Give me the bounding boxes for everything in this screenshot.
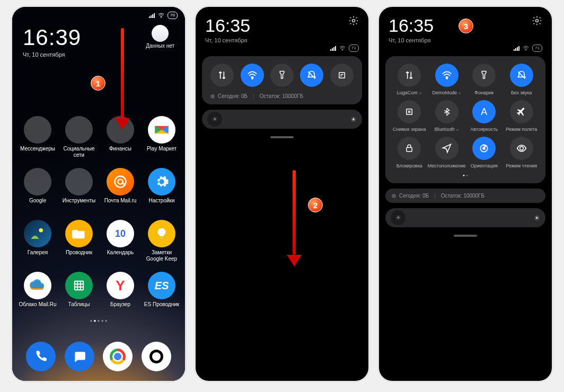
settings-gear-icon[interactable] xyxy=(348,15,359,26)
svg-point-5 xyxy=(352,20,355,22)
tile-plane[interactable]: Режим полета xyxy=(503,100,540,132)
tile-label: LugaCom xyxy=(397,90,422,96)
tile-lock[interactable]: Блокировка xyxy=(391,137,428,169)
settings-gear-icon[interactable] xyxy=(532,15,542,26)
lightbulb-icon xyxy=(148,220,175,247)
brightness-max-icon: ☀ xyxy=(534,214,540,222)
tile-read[interactable]: Режим чтения xyxy=(503,137,540,169)
cloud-icon xyxy=(24,272,51,299)
app-folder-messengers[interactable]: Мессенджеры xyxy=(19,116,57,158)
brightness-thumb[interactable]: ☀ xyxy=(207,112,222,127)
app-gallery[interactable]: Галерея xyxy=(19,220,57,262)
tile-mobile-data[interactable] xyxy=(210,64,234,87)
loc-icon[interactable] xyxy=(435,137,459,160)
dock-phone[interactable] xyxy=(26,342,56,371)
tile-auto[interactable]: AАвтояркость xyxy=(465,100,503,132)
app-mailru-cloud[interactable]: Облако Mail.Ru xyxy=(19,272,57,314)
app-folder-google[interactable]: Google xyxy=(19,168,57,210)
phone-home-screen: 70 16:39 Чт, 10 сентября Данных нет 1 Ме… xyxy=(11,5,187,382)
svg-point-1 xyxy=(115,176,126,188)
data-icon[interactable] xyxy=(398,64,421,87)
tile-bt[interactable]: Bluetooth xyxy=(428,100,465,132)
tile-rotate[interactable]: Ориентация xyxy=(465,137,503,169)
app-folder-tools[interactable]: Инструменты xyxy=(60,168,98,210)
app-keep[interactable]: Заметки Google Keep xyxy=(143,220,181,262)
data-usage-bar[interactable]: Сегодня: 0Б | Остаток: 10000ГБ xyxy=(385,189,545,203)
svg-point-16 xyxy=(519,147,523,150)
svg-point-9 xyxy=(536,20,539,22)
usage-dot-icon xyxy=(392,194,396,198)
calendar-icon: 10 xyxy=(107,220,134,247)
app-calendar[interactable]: 10Календарь xyxy=(101,220,139,262)
wifi-icon xyxy=(158,13,164,18)
dock-chrome[interactable] xyxy=(103,342,133,371)
svg-rect-4 xyxy=(75,281,84,290)
read-icon[interactable] xyxy=(510,137,533,160)
tile-label: Режим чтения xyxy=(506,163,537,169)
app-play-store[interactable]: Play Маркет xyxy=(143,116,181,158)
mail-icon xyxy=(107,168,134,195)
tile-label: Без звука xyxy=(511,90,532,96)
phone-shade-expanded: 16:35 Чт, 10 сентября 3 71 LugaComDemoMo… xyxy=(377,5,553,382)
lock-icon[interactable] xyxy=(398,137,421,160)
tile-label: DemoMode xyxy=(432,90,461,96)
brightness-thumb[interactable]: ☀ xyxy=(391,210,406,225)
shot-icon[interactable] xyxy=(398,100,421,123)
brightness-slider[interactable]: ☀ ☀ xyxy=(385,208,545,227)
shade-date: Чт, 10 сентября xyxy=(205,37,250,43)
app-es-explorer[interactable]: ESES Проводник xyxy=(143,272,181,314)
clock-time[interactable]: 16:39 xyxy=(23,25,81,50)
bt-icon[interactable] xyxy=(435,100,459,123)
mute-icon[interactable] xyxy=(510,64,533,87)
weather-widget[interactable]: Данных нет xyxy=(146,25,174,49)
plane-icon[interactable] xyxy=(510,100,533,123)
gallery-icon xyxy=(24,220,51,247)
app-mailru[interactable]: Почта Mail.ru xyxy=(101,168,139,210)
auto-icon[interactable]: A xyxy=(472,100,496,123)
app-yandex-browser[interactable]: YБраузер xyxy=(101,272,139,314)
tile-wifi[interactable]: DemoMode xyxy=(428,64,465,96)
tile-flash[interactable]: Фонарик xyxy=(465,64,503,96)
tile-mute[interactable] xyxy=(300,64,323,87)
rotate-icon[interactable] xyxy=(472,137,496,160)
step-badge-2: 2 xyxy=(308,198,323,212)
yandex-icon: Y xyxy=(107,272,134,299)
app-sheets[interactable]: Таблицы xyxy=(60,272,98,314)
tile-wifi[interactable] xyxy=(241,64,264,87)
chrome-icon xyxy=(110,349,126,364)
signal-icon xyxy=(330,46,336,51)
step-badge-3: 3 xyxy=(459,19,473,33)
dock xyxy=(12,342,185,373)
shade-date: Чт, 10 сентября xyxy=(389,37,434,43)
signal-icon xyxy=(149,13,155,18)
tile-mute[interactable]: Без звука xyxy=(503,64,540,96)
app-file-manager[interactable]: Проводник xyxy=(60,220,98,262)
play-icon xyxy=(155,126,168,133)
brightness-slider[interactable]: ☀ ☀ xyxy=(202,110,362,129)
tile-flashlight[interactable] xyxy=(270,64,294,87)
tile-loc[interactable]: Местоположение xyxy=(428,137,465,169)
svg-rect-15 xyxy=(483,147,485,149)
dock-messages[interactable] xyxy=(65,342,94,371)
tile-shot[interactable]: Снимок экрана xyxy=(391,100,428,132)
status-bar: 70 xyxy=(12,7,185,22)
page-indicator: ● ● ● ● ● xyxy=(12,318,185,323)
status-bar: 71 xyxy=(196,43,368,56)
shade-time: 16:35 xyxy=(205,15,250,36)
tile-screenshot[interactable] xyxy=(330,64,354,87)
battery-indicator: 71 xyxy=(532,44,542,52)
flash-icon[interactable] xyxy=(472,64,496,87)
quick-settings-expanded[interactable]: LugaComDemoModeФонарикБез звукаСнимок эк… xyxy=(385,56,545,183)
wifi-icon[interactable] xyxy=(435,64,459,87)
dock-camera[interactable] xyxy=(142,342,171,371)
app-settings[interactable]: Настройки xyxy=(143,168,181,210)
app-grid[interactable]: Мессенджеры Социальные сети Финансы Play… xyxy=(12,58,185,314)
shade-drag-handle[interactable] xyxy=(270,136,294,138)
quick-settings-compact[interactable]: Сегодня: 0Б | Остаток: 10000ГБ xyxy=(202,56,362,104)
svg-point-7 xyxy=(251,78,253,79)
folder-icon xyxy=(65,220,93,247)
sheets-icon xyxy=(65,272,93,299)
tile-data[interactable]: LugaCom xyxy=(391,64,428,96)
shade-drag-handle[interactable] xyxy=(454,235,477,237)
app-folder-social[interactable]: Социальные сети xyxy=(60,116,98,158)
